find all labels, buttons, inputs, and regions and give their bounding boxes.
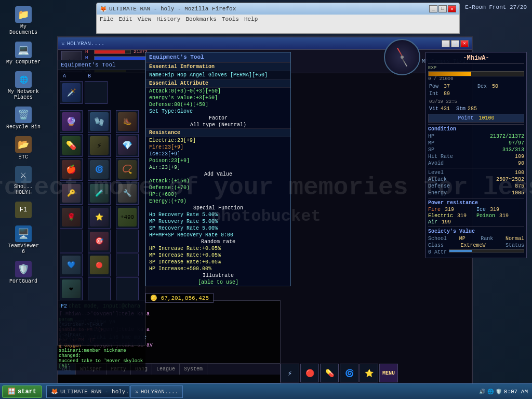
attack-row: Attack 2507~2582 [428,176,524,183]
eroom-display: E-Room Front 27/20 [465,4,527,10]
desktop-icon-teamviewer[interactable]: 🖥️ TeamViewer 6 [5,224,42,256]
inv-slot-15[interactable]: +490 [116,206,139,229]
desktop-icon-etc[interactable]: 📂 ∃TC [5,135,42,161]
action-btn-2[interactable]: 🔴 [300,364,319,382]
fire-res-label: Fire [428,207,441,212]
society-title: Society's Value [428,229,524,234]
equipment-slot-b[interactable] [85,81,108,104]
inv-slot-23[interactable] [88,277,111,300]
desktop-icon-label: My Documents [6,24,41,35]
menu-edit[interactable]: Edit [118,16,132,22]
inv-slot-10[interactable]: 🔑 [60,182,83,205]
inventory-grid: 🔮 🧤 🥾 💊 ⚡ 💎 🍎 🌀 📿 🔑 [58,108,145,302]
start-button[interactable]: 🪟 start [2,385,42,398]
inv-slot-17[interactable]: 🎯 [88,230,111,252]
taskbar: 🪟 start 🦊 ULTIMATE RAN - holy... ⚔️ HOLY… [0,383,532,399]
tab-system[interactable]: System [180,364,207,375]
inv-slot-9[interactable]: 📿 [116,158,139,181]
pow-label: Pow [429,84,438,89]
equipment-slot-a[interactable]: 🗡️ [60,81,83,104]
desktop-icon-network[interactable]: 🌐 My Network Places [5,70,42,101]
desktop-icon-mydocs[interactable]: 📁 My Documents [5,5,42,36]
inv-slot-20[interactable]: 🔴 [88,254,111,276]
dex-stat: Dex 50 [476,83,524,90]
inv-slot-21[interactable] [116,254,139,276]
defense-row: Defense 875 [428,183,524,190]
attr-label: Attr [434,249,447,255]
item-icon-14: ⭐ [90,208,109,227]
inv-slot-22[interactable]: ❤️ [60,277,83,300]
item-icon-12: 🔧 [118,184,137,203]
inv-slot-24[interactable] [116,277,139,300]
taskbar-item-game[interactable]: ⚔️ HOLYRAN.... [130,385,183,398]
file-icon: F1 [15,202,32,218]
minimize-button[interactable]: _ [429,5,437,12]
hitrate-condition: Hit Rate 109 [428,153,524,160]
menu-view[interactable]: View [138,16,151,22]
random-hp-rate: HP Increase Rate:+0.05% [146,245,290,252]
maximize-button[interactable]: □ [438,5,447,12]
inv-slot-1[interactable]: 🔮 [60,110,83,133]
desktop-icon-game[interactable]: ⚔️ Sho... HOLY! [5,165,42,196]
action-btn-5[interactable]: ⭐ [360,364,378,382]
attack-value: 2507~2582 [496,177,524,182]
inv-slot-18[interactable] [116,230,139,252]
close-button[interactable]: ✕ [448,5,456,12]
inv-slot-16[interactable] [60,230,83,252]
electric-res-label: Electric [428,213,453,219]
inv-slot-11[interactable]: 🧪 [88,182,111,205]
stm-value: 285 [468,106,477,112]
game-window-controls: _ □ ✕ [442,40,469,47]
folder-icon: 📁 [15,6,32,23]
int-value: 89 [444,91,450,97]
desktop-icon-mycomputer[interactable]: 💻 My Computer [5,41,42,66]
menu-help[interactable]: Help [244,16,258,22]
inv-slot-8[interactable]: 🌀 [88,158,111,181]
inv-slot-7[interactable]: 🍎 [60,158,83,181]
game-close-button[interactable]: ✕ [460,40,469,47]
resistance-grid: Fire 319 Ice 319 Electric 319 Poison 319… [428,207,524,225]
desktop-icon-portguard[interactable]: 🛡️ PortGuard [5,260,42,285]
menu-file[interactable]: File [100,16,113,22]
item-icon-1: 🔮 [62,112,81,131]
menu-tools[interactable]: Tools [222,16,239,22]
attr-bar [449,249,524,252]
tooltip-title: Equipment's Tool [146,52,290,62]
item-icon-7: 🍎 [62,160,81,179]
poison-res-label: Poison [476,213,495,219]
special-hp: Hp Recovery Rate 5.00% [146,211,290,218]
inv-slot-3[interactable]: 🥾 [116,110,139,133]
menu-history[interactable]: History [156,16,180,22]
inv-slot-2[interactable]: 🧤 [88,110,111,133]
firefox-icon: 🦊 [100,6,107,12]
menu-button[interactable]: MENU [379,364,398,382]
extra-msg-succeed: Succeed take to 'Hover skylock [A]' [59,358,144,369]
taskbar-item-firefox[interactable]: 🦊 ULTIMATE RAN - holy... [46,385,129,398]
inv-slot-13[interactable]: 🌹 [60,206,83,229]
inv-slot-4[interactable]: 💊 [60,134,83,157]
game-maximize-button[interactable]: □ [451,40,459,47]
dex-value: 50 [492,84,498,89]
inv-slot-19[interactable]: 💙 [60,254,83,276]
game-minimize-button[interactable]: _ [442,40,450,47]
tab-league[interactable]: League [152,364,180,375]
teamviewer-icon: 🖥️ [15,225,32,242]
start-label: start [18,388,36,395]
inv-slot-14[interactable]: ⭐ [88,206,111,229]
power-resistance: Power resistance Fire 319 Ice 319 Electr… [428,198,524,225]
action-btn-3[interactable]: 💊 [320,364,339,382]
resist-air: Air:23[+9] [146,164,290,171]
illustrate-header: Illustrate [146,272,290,279]
inv-slot-5[interactable]: ⚡ [88,134,111,157]
inv-slot-6[interactable]: 💎 [116,134,139,157]
action-btn-4[interactable]: 🌀 [340,364,358,382]
item-icon-22: ❤️ [62,280,81,298]
menu-bookmarks[interactable]: Bookmarks [185,16,216,22]
desktop-icon-recycle[interactable]: 🗑️ Recycle Bin [5,105,42,131]
desktop-icon-label: TeamViewer 6 [6,243,41,255]
add-energy: Energy:(+70) [146,198,290,205]
desktop-icon-f1[interactable]: F1 [5,201,42,220]
action-btn-1[interactable]: ⚡ [281,364,299,382]
avoid-label: Avoid [428,161,444,166]
inv-slot-12[interactable]: 🔧 [116,182,139,205]
